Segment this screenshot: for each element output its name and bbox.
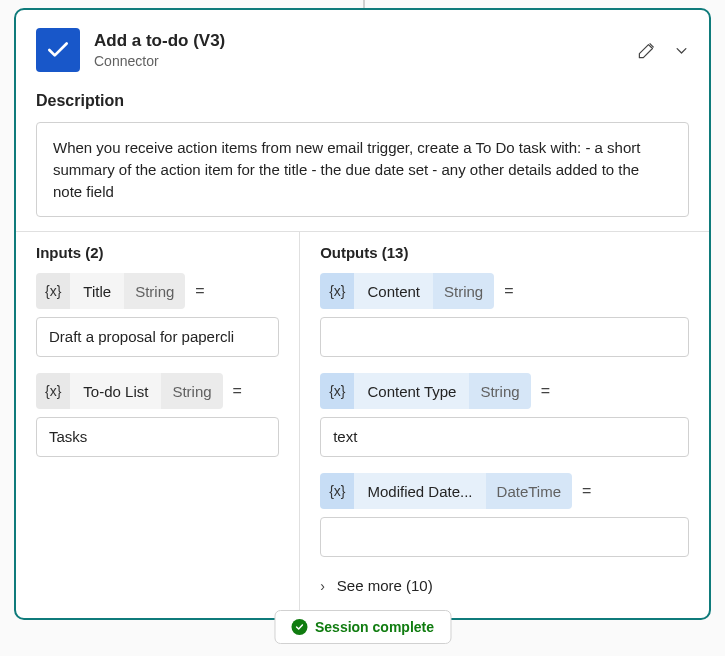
checkmark-icon	[291, 619, 307, 635]
variable-type: String	[124, 273, 185, 309]
input-value[interactable]: Draft a proposal for papercli	[36, 317, 279, 357]
card-subtitle: Connector	[94, 52, 623, 70]
variable-name: Modified Date...	[354, 473, 485, 509]
outputs-title: Outputs (13)	[320, 244, 689, 261]
expand-chevron-icon[interactable]	[674, 43, 689, 58]
variable-icon: {x}	[36, 273, 70, 309]
variable-badge[interactable]: {x} Content String	[320, 273, 494, 309]
description-text: When you receive action items from new e…	[36, 122, 689, 217]
variable-name: Title	[70, 273, 124, 309]
inputs-title: Inputs (2)	[36, 244, 279, 261]
equals-sign: =	[195, 282, 204, 300]
output-value[interactable]	[320, 317, 689, 357]
see-more-button[interactable]: › See more (10)	[320, 573, 689, 598]
card-title: Add a to-do (V3)	[94, 30, 623, 52]
variable-name: Content Type	[354, 373, 469, 409]
output-param-row: {x} Content String =	[320, 273, 689, 309]
outputs-column: Outputs (13) {x} Content String = {x} Co…	[300, 232, 709, 618]
description-label: Description	[16, 84, 709, 116]
output-value[interactable]: text	[320, 417, 689, 457]
card-header: Add a to-do (V3) Connector	[16, 10, 709, 84]
session-status-pill: Session complete	[274, 610, 451, 644]
output-value[interactable]	[320, 517, 689, 557]
variable-icon: {x}	[320, 473, 354, 509]
variable-type: String	[469, 373, 530, 409]
output-param-row: {x} Content Type String =	[320, 373, 689, 409]
variable-icon: {x}	[36, 373, 70, 409]
variable-type: DateTime	[486, 473, 572, 509]
variable-type: String	[161, 373, 222, 409]
variable-name: To-do List	[70, 373, 161, 409]
variable-badge[interactable]: {x} Title String	[36, 273, 185, 309]
variable-badge[interactable]: {x} Modified Date... DateTime	[320, 473, 572, 509]
input-param-row: {x} Title String =	[36, 273, 279, 309]
equals-sign: =	[541, 382, 550, 400]
variable-icon: {x}	[320, 373, 354, 409]
variable-type: String	[433, 273, 494, 309]
see-more-label: See more (10)	[337, 577, 433, 594]
connector-card: Add a to-do (V3) Connector Description W…	[14, 8, 711, 620]
session-status-label: Session complete	[315, 619, 434, 635]
equals-sign: =	[582, 482, 591, 500]
inputs-column: Inputs (2) {x} Title String = Draft a pr…	[16, 232, 300, 618]
io-columns: Inputs (2) {x} Title String = Draft a pr…	[16, 231, 709, 618]
input-param-row: {x} To-do List String =	[36, 373, 279, 409]
input-value[interactable]: Tasks	[36, 417, 279, 457]
equals-sign: =	[233, 382, 242, 400]
title-group: Add a to-do (V3) Connector	[94, 30, 623, 70]
chevron-right-icon: ›	[320, 578, 325, 594]
todo-app-icon	[36, 28, 80, 72]
variable-badge[interactable]: {x} To-do List String	[36, 373, 223, 409]
equals-sign: =	[504, 282, 513, 300]
variable-icon: {x}	[320, 273, 354, 309]
edit-button[interactable]	[637, 41, 656, 60]
variable-badge[interactable]: {x} Content Type String	[320, 373, 531, 409]
variable-name: Content	[354, 273, 433, 309]
output-param-row: {x} Modified Date... DateTime =	[320, 473, 689, 509]
